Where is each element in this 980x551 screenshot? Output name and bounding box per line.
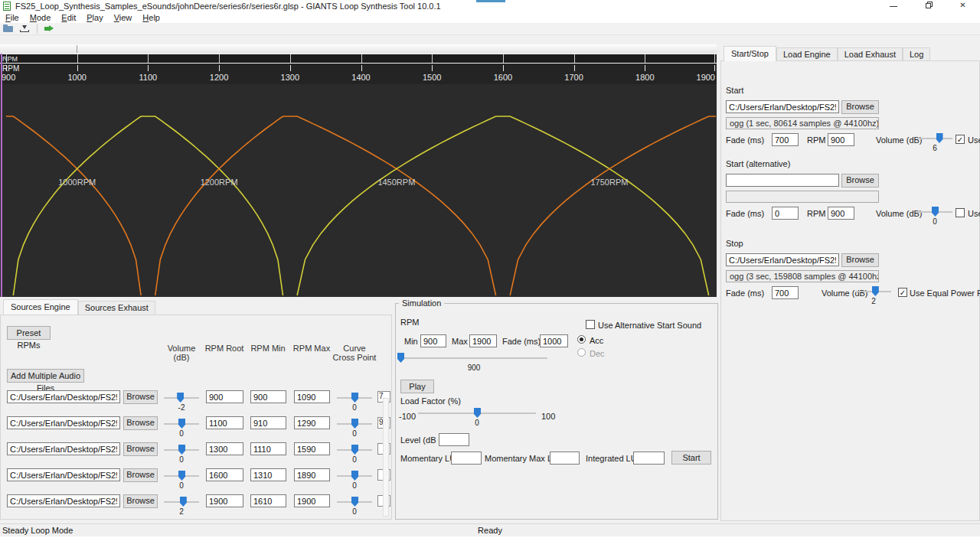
close-icon[interactable]: ✕ [946,0,980,12]
stop-volume-slider[interactable]: 2 [856,285,891,305]
source-path-input[interactable] [7,390,120,403]
add-multiple-audio-files-button[interactable]: Add Multiple Audio Files [7,369,84,383]
source-volume-slider[interactable]: -2 [164,391,199,411]
start-path-input[interactable] [726,100,839,113]
stop-path-input[interactable] [726,253,839,266]
source-volume-slider[interactable]: 0 [164,443,199,463]
source-cross-slider[interactable]: 0 [337,469,372,489]
momentary-max-lufs-input[interactable] [550,452,580,465]
source-path-input[interactable] [7,442,120,455]
fade-curves-plot[interactable]: 1000RPM1200RPM1450RPM1750RPM [0,84,717,297]
sources-vertical-scrollbar[interactable] [383,398,389,517]
tab-sources-engine[interactable]: Sources Engine [3,299,78,315]
graph-zoom-scrollbar[interactable] [0,44,717,54]
load-factor-slider[interactable]: 0 [418,406,536,426]
start-alt-volume-slider[interactable]: 0 [917,205,952,225]
source-browse-button[interactable]: Browse [123,494,158,508]
source-volume-slider[interactable]: 0 [164,417,199,437]
minimize-icon[interactable] [877,0,911,12]
fade-curve-1100 [13,116,283,295]
level-input[interactable] [439,433,469,446]
source-rpm-max-input[interactable] [294,494,330,507]
tab-load-engine[interactable]: Load Engine [776,47,838,61]
sim-alt-start-checkbox[interactable] [586,320,595,329]
momentary-lufs-input[interactable] [451,452,482,465]
sim-dec-radio[interactable] [577,348,586,357]
start-use-checkbox[interactable]: ✓ [956,135,965,144]
sim-max-label: Max [452,337,468,346]
source-rpm-root-input[interactable] [206,468,243,481]
start-browse-button[interactable]: Browse [841,100,879,114]
start-alt-fade-input[interactable] [772,207,799,220]
tab-start-stop[interactable]: Start/Stop [724,46,776,61]
sim-fade-input[interactable] [540,334,568,347]
stop-browse-button[interactable]: Browse [841,253,879,267]
start-rpm-input[interactable] [828,133,854,146]
save-icon[interactable] [17,23,34,35]
source-rpm-min-input[interactable] [250,442,286,455]
sim-min-label: Min [404,337,418,346]
tab-sources-exhaust[interactable]: Sources Exhaust [78,301,155,315]
sim-max-input[interactable] [469,334,497,347]
source-rpm-min-input[interactable] [250,468,286,481]
start-alt-use-checkbox[interactable] [956,208,965,217]
source-path-input[interactable] [7,494,120,507]
start-alt-browse-button[interactable]: Browse [841,174,879,187]
rpm-fade-graph[interactable]: RPM RPM 90010001100120013001400150016001… [0,44,717,297]
menu-edit[interactable]: Edit [56,13,81,22]
source-rpm-max-input[interactable] [294,468,330,481]
source-rpm-min-input[interactable] [250,416,286,429]
open-folder-icon[interactable] [0,23,17,35]
source-browse-button[interactable]: Browse [123,390,158,404]
source-cross-slider[interactable]: 0 [337,391,372,411]
source-cross-slider[interactable]: 0 [337,443,372,463]
source-rpm-max-input[interactable] [294,390,330,403]
source-volume-value: 0 [179,429,184,438]
lufs-start-button[interactable]: Start [671,451,711,465]
source-cross-value: 0 [352,481,357,490]
start-alt-path-input[interactable] [726,174,839,187]
tab-load-exhaust[interactable]: Load Exhaust [838,47,903,61]
source-rpm-min-input[interactable] [250,494,286,507]
stop-fade-input[interactable] [772,286,799,299]
integrated-lufs-input[interactable] [633,452,665,465]
source-rpm-root-input[interactable] [206,494,243,507]
ruler-tick [574,65,575,71]
run-icon[interactable] [41,23,57,35]
tab-log[interactable]: Log [903,47,930,61]
menu-view[interactable]: View [109,13,138,22]
source-rpm-root-input[interactable] [206,416,243,429]
source-rpm-max-input[interactable] [294,416,330,429]
stop-use-equal-power-checkbox[interactable]: ✓ [898,288,907,297]
ruler-tick-label: 1900 [697,73,715,82]
source-browse-button[interactable]: Browse [123,416,158,430]
menu-play[interactable]: Play [81,13,108,22]
ruler-tick-label: 1600 [494,73,512,82]
source-rpm-min-input[interactable] [250,390,286,403]
preset-rpms-button[interactable]: Preset RPMs [7,326,51,340]
source-cross-slider[interactable]: 0 [337,417,372,437]
source-browse-button[interactable]: Browse [123,468,158,482]
start-fade-input[interactable] [772,133,799,146]
menu-mode[interactable]: Mode [24,13,57,22]
menu-help[interactable]: Help [137,13,165,22]
source-rpm-root-input[interactable] [206,390,243,403]
source-path-input[interactable] [7,416,120,429]
start-volume-slider[interactable]: 6 [917,132,952,152]
sim-play-button[interactable]: Play [400,380,434,393]
source-volume-slider[interactable]: 2 [164,495,199,515]
sim-rpm-slider[interactable]: 900 [400,351,547,371]
source-volume-value: 0 [179,455,184,464]
restore-icon[interactable] [911,0,946,12]
source-rpm-max-input[interactable] [294,442,330,455]
menu-file[interactable]: File [0,13,24,22]
source-browse-button[interactable]: Browse [123,442,158,456]
sim-min-input[interactable] [420,334,446,347]
source-cross-slider[interactable]: 0 [337,495,372,515]
start-alt-rpm-input[interactable] [828,207,854,220]
source-volume-slider[interactable]: 0 [164,469,199,489]
sim-acc-radio[interactable] [577,335,586,344]
source-rpm-root-input[interactable] [206,442,243,455]
app-icon [3,2,11,11]
source-path-input[interactable] [7,468,120,481]
